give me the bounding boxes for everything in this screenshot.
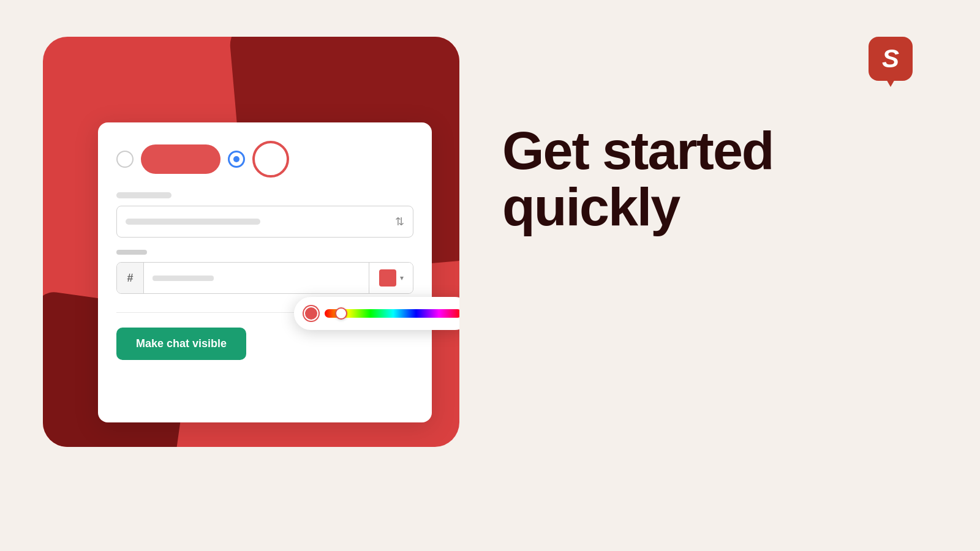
select-value-placeholder [126, 219, 260, 225]
left-card: ⇅ # ▾ Make chat visible [43, 37, 459, 447]
radio-button-empty[interactable] [116, 151, 134, 168]
make-chat-visible-button[interactable]: Make chat visible [116, 328, 246, 360]
hash-input-content[interactable] [144, 263, 369, 293]
right-section: Get started quickly [502, 122, 774, 236]
small-label-placeholder [116, 250, 147, 255]
circle-outline [252, 141, 289, 178]
headline-line1: Get started [502, 122, 774, 179]
hash-input-placeholder [153, 276, 214, 281]
color-slider-thumb[interactable] [335, 307, 347, 320]
color-slider-track[interactable] [325, 309, 459, 318]
select-arrow-icon: ⇅ [395, 215, 404, 228]
swatch-dropdown-arrow: ▾ [400, 274, 404, 282]
logo-letter: S [882, 44, 899, 73]
color-picker-popup [294, 297, 459, 330]
color-picker-dot [304, 306, 318, 321]
dialog-top-row [116, 141, 413, 178]
select-dropdown[interactable]: ⇅ [116, 206, 413, 238]
color-swatch-button[interactable]: ▾ [369, 263, 413, 293]
hash-input-row[interactable]: # ▾ [116, 262, 413, 294]
logo-badge: S [869, 37, 913, 81]
label-placeholder [116, 192, 172, 198]
headline-line2: quickly [502, 179, 774, 235]
pill-button[interactable] [141, 144, 221, 174]
logo-chat-tail [886, 78, 895, 87]
color-swatch [379, 269, 396, 287]
radio-button-blue[interactable] [228, 151, 245, 168]
dialog-card: ⇅ # ▾ Make chat visible [98, 122, 432, 422]
hash-symbol: # [117, 263, 144, 293]
headline: Get started quickly [502, 122, 774, 236]
